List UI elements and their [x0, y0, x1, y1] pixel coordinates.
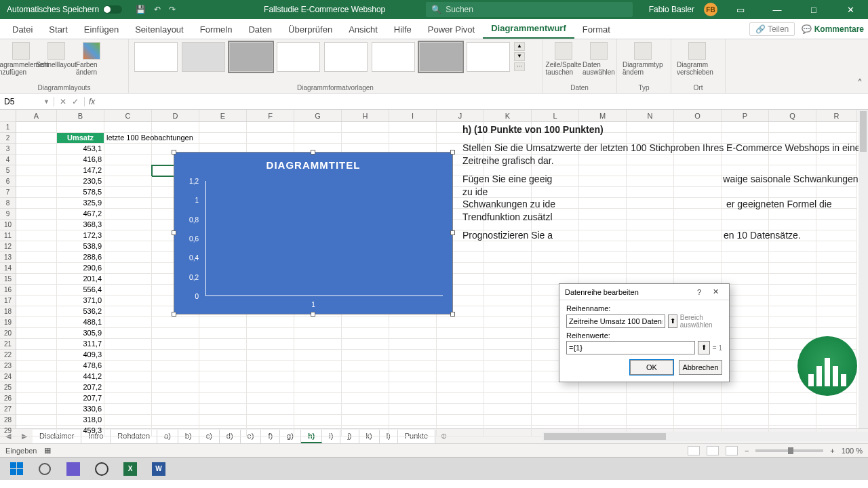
cell-R13[interactable]	[816, 252, 857, 263]
cell-G1[interactable]	[294, 122, 342, 133]
cell-D25[interactable]	[152, 382, 199, 393]
cell-N25[interactable]	[627, 382, 674, 393]
tab-powerpivot[interactable]: Power Pivot	[420, 20, 483, 39]
change-colors-button[interactable]: Farben ändern	[76, 42, 107, 76]
cell-I21[interactable]	[389, 339, 437, 350]
cell-B22[interactable]: 409,3	[57, 350, 104, 361]
cell-B16[interactable]: 556,4	[57, 285, 104, 296]
cell-C1[interactable]	[104, 122, 152, 133]
formula-input[interactable]	[99, 97, 868, 106]
cell-N14[interactable]	[627, 263, 674, 274]
cell-I20[interactable]	[389, 328, 437, 339]
cell-F24[interactable]	[247, 371, 294, 382]
cell-Q17[interactable]	[769, 296, 816, 306]
cell-C23[interactable]	[104, 361, 152, 371]
cell-A7[interactable]	[16, 187, 57, 198]
toggle-icon[interactable]	[103, 5, 122, 14]
cell-J20[interactable]	[437, 328, 484, 339]
collapse-ribbon-icon[interactable]: ˄	[852, 75, 868, 93]
cell-K26[interactable]	[484, 393, 532, 404]
tab-daten[interactable]: Daten	[240, 20, 280, 39]
cell-E27[interactable]	[199, 404, 247, 415]
cell-Q26[interactable]	[769, 393, 816, 404]
cell-C20[interactable]	[104, 328, 152, 339]
cell-C17[interactable]	[104, 296, 152, 306]
cell-F26[interactable]	[247, 393, 294, 404]
cell-C21[interactable]	[104, 339, 152, 350]
cell-J21[interactable]	[437, 339, 484, 350]
cell-J23[interactable]	[437, 361, 484, 371]
cell-C24[interactable]	[104, 371, 152, 382]
cell-B17[interactable]: 371,0	[57, 296, 104, 306]
cell-F19[interactable]	[247, 317, 294, 328]
cell-K20[interactable]	[484, 328, 532, 339]
cell-A13[interactable]	[16, 252, 57, 263]
cell-A21[interactable]	[16, 339, 57, 350]
cell-Q16[interactable]	[769, 285, 816, 296]
cell-O28[interactable]	[674, 415, 722, 426]
cell-P13[interactable]	[722, 252, 769, 263]
cell-D23[interactable]	[152, 361, 199, 371]
cell-D1[interactable]	[152, 122, 199, 133]
cell-C4[interactable]	[104, 155, 152, 165]
obs-icon[interactable]	[88, 459, 115, 479]
worksheet-grid[interactable]: 12345678910 11121314151617181920 2122232…	[0, 110, 868, 428]
switch-row-col-button[interactable]: Zeile/Spalte tauschen	[548, 42, 579, 76]
cell-Q14[interactable]	[769, 263, 816, 274]
cell-C16[interactable]	[104, 285, 152, 296]
cell-M13[interactable]	[579, 252, 627, 263]
cell-I1[interactable]	[389, 122, 437, 133]
tab-einfuegen[interactable]: Einfügen	[76, 20, 127, 39]
cell-F27[interactable]	[247, 404, 294, 415]
maximize-icon[interactable]: □	[800, 5, 827, 15]
cell-C13[interactable]	[104, 252, 152, 263]
range-picker-icon[interactable]: ⬆	[698, 341, 710, 354]
cell-C27[interactable]	[104, 404, 152, 415]
cell-C14[interactable]	[104, 263, 152, 274]
cell-K21[interactable]	[484, 339, 532, 350]
cell-H24[interactable]	[342, 371, 389, 382]
page-break-view-icon[interactable]	[726, 446, 738, 455]
user-name[interactable]: Fabio Basler	[649, 5, 694, 14]
cell-H25[interactable]	[342, 382, 389, 393]
cell-K18[interactable]	[484, 306, 532, 317]
cell-R28[interactable]	[816, 415, 857, 426]
cell-N13[interactable]	[627, 252, 674, 263]
cell-B15[interactable]: 201,4	[57, 274, 104, 285]
cell-C10[interactable]	[104, 220, 152, 230]
taskbar-search-icon[interactable]	[31, 459, 58, 479]
cell-C8[interactable]	[104, 198, 152, 209]
cell-R15[interactable]	[816, 274, 857, 285]
chart-style-2[interactable]	[182, 42, 225, 72]
cell-P26[interactable]	[722, 393, 769, 404]
cell-E23[interactable]	[199, 361, 247, 371]
cell-I28[interactable]	[389, 415, 437, 426]
name-box[interactable]: D5▼	[0, 97, 54, 106]
cell-P27[interactable]	[722, 404, 769, 415]
normal-view-icon[interactable]	[688, 446, 700, 455]
cell-J19[interactable]	[437, 317, 484, 328]
cell-J29[interactable]	[437, 426, 484, 436]
cell-C11[interactable]	[104, 230, 152, 241]
page-layout-view-icon[interactable]	[707, 446, 719, 455]
cell-A12[interactable]	[16, 241, 57, 252]
cell-L14[interactable]	[532, 263, 579, 274]
cell-A6[interactable]	[16, 176, 57, 187]
chart-object[interactable]: DIAGRAMMTITEL 1,2 1 0,8 0,6 0,4 0,2 0 1	[174, 152, 453, 314]
cell-A29[interactable]	[16, 426, 57, 436]
save-icon[interactable]: 💾	[136, 5, 146, 14]
cell-A15[interactable]	[16, 274, 57, 285]
cell-B26[interactable]: 207,7	[57, 393, 104, 404]
cell-Q19[interactable]	[769, 317, 816, 328]
cell-Q27[interactable]	[769, 404, 816, 415]
ribbon-mode-icon[interactable]: ▭	[727, 5, 754, 15]
cell-O25[interactable]	[674, 382, 722, 393]
cell-P14[interactable]	[722, 263, 769, 274]
cell-A2[interactable]	[16, 133, 57, 144]
cell-B25[interactable]: 207,2	[57, 382, 104, 393]
cell-R14[interactable]	[816, 263, 857, 274]
cell-A20[interactable]	[16, 328, 57, 339]
macro-record-icon[interactable]: ▦	[44, 446, 51, 455]
cell-A9[interactable]	[16, 209, 57, 220]
cell-D24[interactable]	[152, 371, 199, 382]
